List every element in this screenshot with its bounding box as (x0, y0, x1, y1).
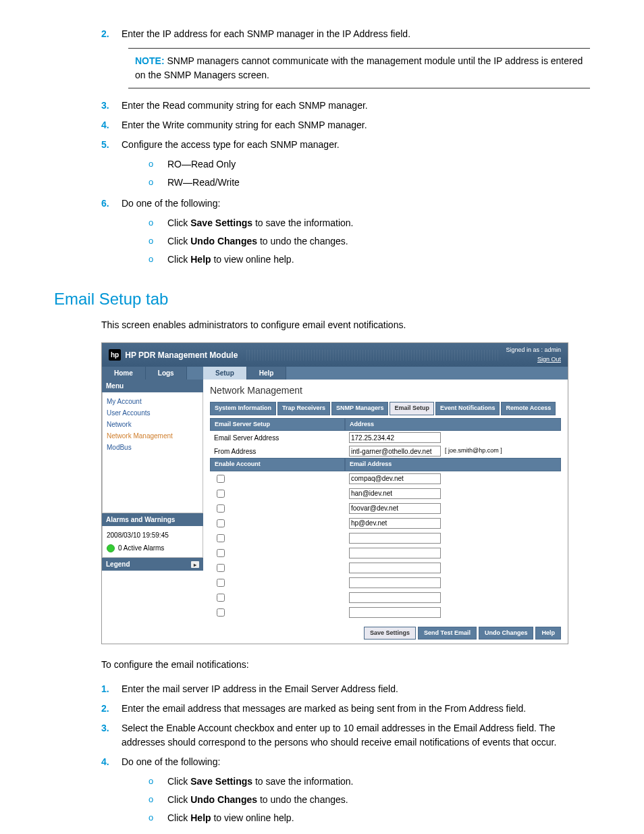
alarms-body: 2008/03/10 19:59:45 0 Active Alarms (102, 526, 203, 558)
step-text: Enter the IP address for each SNMP manag… (122, 27, 590, 41)
menu-my-account[interactable]: My Account (107, 396, 198, 407)
sign-out-link[interactable]: Sign Out (506, 355, 561, 365)
save-settings-button[interactable]: Save Settings (364, 627, 416, 640)
step-number: 4. (101, 118, 122, 132)
step-number: 2. (101, 702, 122, 716)
tab-logs[interactable]: Logs (146, 367, 187, 380)
hp-logo-icon: hp (109, 349, 121, 361)
checkbox-enable-5[interactable] (217, 549, 225, 557)
input-email-3[interactable] (349, 518, 441, 529)
sub-text: RW—Read/Write (167, 176, 240, 190)
step-text: Enter the Read community string for each… (122, 99, 590, 113)
top-tab-row: Home Logs Setup Help (102, 367, 568, 380)
sub-text: Click Help to view online help. (167, 253, 294, 267)
checkbox-enable-2[interactable] (217, 504, 225, 513)
help-button[interactable]: Help (535, 627, 561, 640)
sub-text: RO—Read Only (167, 157, 236, 172)
left-column: Menu My Account User Accounts Network Ne… (102, 380, 203, 644)
send-test-email-button[interactable]: Send Test Email (418, 627, 477, 640)
sub-bullet: o (149, 216, 167, 230)
checkbox-enable-4[interactable] (217, 534, 225, 542)
subtab-event-notifications[interactable]: Event Notifications (435, 402, 500, 415)
checkbox-enable-8[interactable] (217, 594, 225, 602)
tab-help[interactable]: Help (247, 367, 287, 380)
undo-changes-button[interactable]: Undo Changes (479, 627, 534, 640)
input-email-8[interactable] (349, 592, 441, 603)
legend-header[interactable]: Legend ▸ (102, 558, 203, 571)
signin-block: Signed in as : admin Sign Out (506, 346, 561, 364)
input-email-6[interactable] (349, 563, 441, 573)
subtab-email-setup[interactable]: Email Setup (390, 402, 434, 415)
alarm-timestamp: 2008/03/10 19:59:45 (107, 530, 198, 540)
input-email-server-address[interactable] (349, 432, 441, 443)
legend-label: Legend (106, 559, 130, 569)
input-email-2[interactable] (349, 503, 441, 514)
tab-home[interactable]: Home (102, 367, 146, 380)
step-list-6: 6. Do one of the following: (101, 197, 590, 211)
sub-bullet: o (149, 253, 167, 267)
sub-list-6: oClick Save Settings to save the informa… (149, 216, 590, 267)
menu-body: My Account User Accounts Network Network… (102, 392, 203, 513)
step-text: Configure the access type for each SNMP … (122, 138, 590, 152)
active-alarms: 0 Active Alarms (118, 543, 164, 553)
sub-bullet: o (149, 811, 167, 825)
checkbox-enable-7[interactable] (217, 579, 225, 587)
checkbox-enable-3[interactable] (217, 519, 225, 527)
step-list-top: 2. Enter the IP address for each SNMP ma… (101, 27, 590, 41)
note-box: NOTE: SNMP managers cannot communicate w… (128, 48, 590, 88)
step-text: Enter the Write community string for eac… (122, 118, 590, 132)
sub-bullet: o (149, 234, 167, 249)
panel-title: Network Management (210, 384, 561, 398)
subtab-snmp-managers[interactable]: SNMP Managers (331, 402, 388, 415)
sub-bullet: o (149, 157, 167, 172)
col-header-address: Address (345, 418, 561, 432)
ok-icon (107, 544, 115, 552)
sub-text: Click Save Settings to save the informat… (167, 216, 353, 230)
sub-bullet: o (149, 176, 167, 190)
label-email-server-address: Email Server Address (210, 431, 345, 444)
step-number: 6. (101, 197, 122, 211)
subtab-remote-access[interactable]: Remote Access (501, 402, 556, 415)
checkbox-enable-0[interactable] (217, 475, 225, 483)
note-text: SNMP managers cannot communicate with th… (135, 55, 583, 80)
menu-network[interactable]: Network (107, 419, 198, 429)
sub-bullet: o (149, 775, 167, 789)
input-email-5[interactable] (349, 548, 441, 558)
button-row: Save Settings Send Test Email Undo Chang… (210, 627, 561, 640)
email-form: Email Server Setup Address Email Server … (210, 418, 561, 620)
subtab-row: System Information Trap Receivers SNMP M… (210, 402, 561, 415)
step-list-middle: 3. Enter the Read community string for e… (101, 99, 590, 152)
menu-network-management[interactable]: Network Management (107, 431, 198, 441)
input-email-9[interactable] (349, 607, 441, 618)
col-header-ess: Email Server Setup (210, 418, 345, 432)
input-email-4[interactable] (349, 533, 441, 544)
sub-text: Click Undo Changes to undo the changes. (167, 793, 348, 807)
input-email-1[interactable] (349, 488, 441, 499)
menu-header: Menu (102, 380, 203, 392)
menu-modbus[interactable]: ModBus (107, 442, 198, 452)
step-text: Enter the email address that messages ar… (122, 702, 590, 716)
col-header-enable: Enable Account (210, 458, 345, 471)
checkbox-enable-9[interactable] (217, 608, 225, 617)
subtab-trap-receivers[interactable]: Trap Receivers (277, 402, 330, 415)
signin-as: Signed in as : admin (506, 346, 561, 355)
input-from-address[interactable] (349, 446, 441, 457)
label-from-address: From Address (210, 444, 345, 458)
menu-user-accounts[interactable]: User Accounts (107, 408, 198, 418)
checkbox-enable-1[interactable] (217, 490, 225, 498)
shot-title: HP PDR Management Module (125, 349, 238, 361)
step-number: 4. (101, 755, 122, 769)
sub-list-5: oRO—Read Only oRW—Read/Write (149, 157, 590, 190)
input-email-0[interactable] (349, 473, 441, 484)
checkbox-enable-6[interactable] (217, 564, 225, 572)
input-email-7[interactable] (349, 577, 441, 588)
post-intro: To configure the email notifications: (101, 658, 590, 672)
expand-icon[interactable]: ▸ (191, 561, 199, 568)
step-number: 3. (101, 721, 122, 750)
screenshot: hp HP PDR Management Module Signed in as… (101, 342, 568, 644)
from-hint: [ joe.smith@hp.com ] (445, 446, 502, 456)
sub-text: Click Save Settings to save the informat… (167, 775, 353, 789)
tab-setup[interactable]: Setup (203, 367, 247, 380)
step-text: Enter the mail server IP address in the … (122, 682, 590, 696)
subtab-system-info[interactable]: System Information (210, 402, 276, 415)
